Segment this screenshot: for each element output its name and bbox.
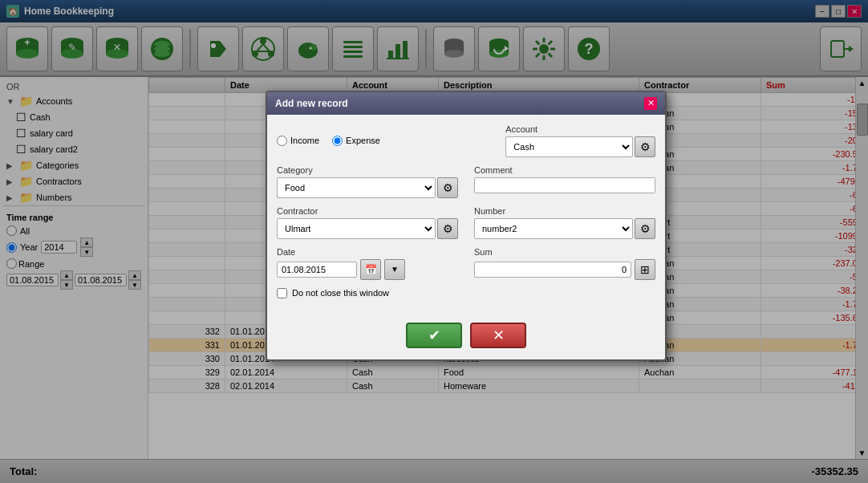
income-expense-group: Income Expense Account Cash salary card … bbox=[277, 124, 655, 157]
cancel-button[interactable]: ✕ bbox=[470, 323, 526, 348]
contractor-field-group: Ulmart Auchan Dixie ⚙ bbox=[277, 218, 458, 239]
date-sum-row: Date 📅 ▼ Sum ⊞ bbox=[277, 247, 655, 280]
modal-close-button[interactable]: ✕ bbox=[644, 97, 657, 110]
date-input[interactable] bbox=[277, 262, 357, 278]
account-select[interactable]: Cash salary card salary card2 bbox=[505, 136, 633, 157]
expense-radio[interactable] bbox=[332, 136, 343, 146]
modal-body: Income Expense Account Cash salary card … bbox=[267, 115, 665, 315]
category-select[interactable]: Food Homeware narcotics bbox=[277, 177, 436, 198]
number-label: Number bbox=[474, 206, 655, 216]
do-not-close-label: Do not close this window bbox=[292, 288, 389, 298]
contractor-number-row: Contractor Ulmart Auchan Dixie ⚙ Number bbox=[277, 206, 655, 239]
ok-icon: ✔ bbox=[428, 327, 440, 344]
cancel-icon: ✕ bbox=[493, 327, 505, 344]
category-label: Category bbox=[277, 165, 458, 175]
number-gear-button[interactable]: ⚙ bbox=[635, 218, 655, 239]
income-radio[interactable] bbox=[277, 136, 287, 146]
expense-label: Expense bbox=[346, 136, 380, 145]
modal-title-bar: Add new record ✕ bbox=[267, 92, 665, 115]
account-label: Account bbox=[505, 124, 655, 134]
sum-label: Sum bbox=[474, 247, 655, 257]
contractor-col: Contractor Ulmart Auchan Dixie ⚙ bbox=[277, 206, 458, 239]
sum-input[interactable] bbox=[474, 262, 631, 278]
date-field-group: 📅 ▼ bbox=[277, 259, 458, 280]
do-not-close-row[interactable]: Do not close this window bbox=[277, 288, 655, 298]
comment-input[interactable] bbox=[474, 177, 655, 193]
category-col: Category Food Homeware narcotics ⚙ bbox=[277, 165, 458, 198]
sum-col: Sum ⊞ bbox=[474, 247, 655, 280]
income-option[interactable]: Income bbox=[277, 136, 319, 146]
sum-table-button[interactable]: ⊞ bbox=[635, 259, 655, 280]
contractor-gear-button[interactable]: ⚙ bbox=[437, 218, 458, 239]
number-field-group: number2 number1 ⚙ bbox=[474, 218, 655, 239]
sum-field-group: ⊞ bbox=[474, 259, 655, 280]
ok-button[interactable]: ✔ bbox=[406, 323, 462, 348]
modal-title-text: Add new record bbox=[275, 98, 348, 109]
account-field-group: Cash salary card salary card2 ⚙ bbox=[505, 136, 655, 157]
date-arrow-button[interactable]: ▼ bbox=[384, 259, 405, 280]
contractor-select[interactable]: Ulmart Auchan Dixie bbox=[277, 218, 436, 239]
modal-overlay: Add new record ✕ Income Expense Account bbox=[0, 0, 868, 483]
category-gear-button[interactable]: ⚙ bbox=[437, 177, 458, 198]
expense-option[interactable]: Expense bbox=[332, 136, 380, 146]
comment-col: Comment bbox=[474, 165, 655, 198]
date-col: Date 📅 ▼ bbox=[277, 247, 458, 280]
category-comment-row: Category Food Homeware narcotics ⚙ Comme… bbox=[277, 165, 655, 198]
contractor-label: Contractor bbox=[277, 206, 458, 216]
income-label: Income bbox=[290, 136, 319, 145]
number-select[interactable]: number2 number1 bbox=[474, 218, 633, 239]
modal-footer: ✔ ✕ bbox=[267, 315, 665, 359]
number-col: Number number2 number1 ⚙ bbox=[474, 206, 655, 239]
calendar-button[interactable]: 📅 bbox=[360, 259, 381, 280]
category-field-group: Food Homeware narcotics ⚙ bbox=[277, 177, 458, 198]
account-gear-button[interactable]: ⚙ bbox=[635, 136, 655, 157]
do-not-close-checkbox[interactable] bbox=[277, 288, 287, 298]
comment-label: Comment bbox=[474, 165, 655, 175]
add-record-modal: Add new record ✕ Income Expense Account bbox=[266, 91, 667, 361]
date-label: Date bbox=[277, 247, 458, 257]
